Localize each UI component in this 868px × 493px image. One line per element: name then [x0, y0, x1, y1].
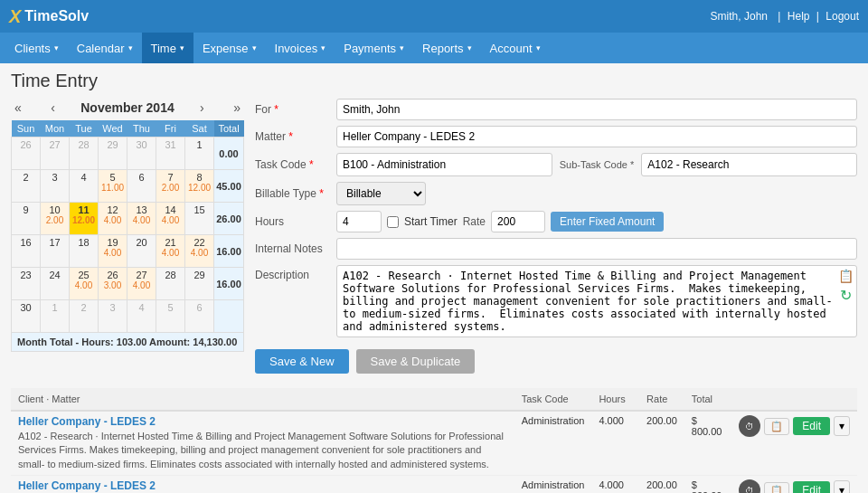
- nav-account[interactable]: Account ▾: [481, 33, 550, 63]
- calendar-day[interactable]: 5: [156, 300, 185, 333]
- save-new-button[interactable]: Save & New: [255, 349, 349, 374]
- edit-button[interactable]: Edit: [793, 481, 830, 493]
- calendar-day[interactable]: 102.00: [41, 203, 70, 235]
- calendar-day[interactable]: 6: [185, 300, 214, 333]
- calendar-header: « ‹ November 2014 › »: [11, 99, 244, 117]
- calendar-day[interactable]: 1112.00: [70, 203, 99, 235]
- calendar-day[interactable]: 2: [70, 300, 99, 333]
- calendar-day[interactable]: 1: [185, 137, 214, 170]
- cal-header-mon: Mon: [41, 120, 70, 137]
- table-row: Heller Company - LEDES 2A102 - Research …: [11, 476, 857, 493]
- user-info: Smith, John | Help | Logout: [707, 10, 859, 23]
- task-code-input[interactable]: [336, 153, 552, 176]
- cal-next-button[interactable]: ›: [196, 99, 208, 117]
- matter-label: Matter *: [255, 130, 336, 143]
- calendar-day[interactable]: 31: [156, 137, 185, 170]
- calendar-day[interactable]: 274.00: [127, 268, 156, 300]
- calendar-day[interactable]: 3: [99, 300, 127, 333]
- nav-clients[interactable]: Clients ▾: [5, 33, 68, 63]
- more-options-button[interactable]: ▾: [834, 480, 850, 493]
- client-matter-link[interactable]: Heller Company - LEDES 2: [18, 415, 507, 428]
- calendar-day[interactable]: 72.00: [156, 170, 185, 203]
- calendar-day[interactable]: 4: [70, 170, 99, 203]
- help-link[interactable]: Help: [788, 10, 810, 23]
- calendar-day[interactable]: 124.00: [99, 203, 127, 235]
- calendar-day[interactable]: 1: [41, 300, 70, 333]
- calendar-day[interactable]: 16: [12, 235, 41, 268]
- internal-notes-input[interactable]: [336, 238, 857, 260]
- calendar-week-total: 0.00: [214, 137, 244, 170]
- rate-input[interactable]: [491, 211, 545, 232]
- calendar-day[interactable]: 214.00: [156, 235, 185, 268]
- edit-button[interactable]: Edit: [793, 417, 830, 435]
- calendar-day[interactable]: 194.00: [99, 235, 127, 268]
- calendar-day[interactable]: 224.00: [185, 235, 214, 268]
- calendar-day[interactable]: 29: [99, 137, 127, 170]
- calendar-day[interactable]: 6: [127, 170, 156, 203]
- save-duplicate-button[interactable]: Save & Duplicate: [356, 349, 476, 374]
- timer-button[interactable]: ⏱: [739, 479, 760, 493]
- form-row-billable-type: Billable Type * Billable Non-Billable: [255, 182, 857, 205]
- cal-header-sun: Sun: [12, 120, 41, 137]
- hours-label: Hours: [255, 215, 336, 228]
- sub-task-code-input[interactable]: [641, 153, 857, 176]
- cal-prev-prev-button[interactable]: «: [11, 99, 25, 117]
- form-row-for: For *: [255, 99, 857, 120]
- hours-input[interactable]: [336, 211, 382, 232]
- calendar-day[interactable]: 30: [127, 137, 156, 170]
- calendar-day[interactable]: 2: [12, 170, 41, 203]
- enter-fixed-amount-button[interactable]: Enter Fixed Amount: [551, 212, 664, 232]
- calendar-day[interactable]: 28: [70, 137, 99, 170]
- internal-notes-label: Internal Notes: [255, 242, 336, 255]
- entry-rate: 200.00: [639, 411, 684, 476]
- calendar-day[interactable]: 15: [185, 203, 214, 235]
- calendar-day[interactable]: 23: [12, 268, 41, 300]
- entries-table-section: Client · Matter Task Code Hours Rate Tot…: [11, 388, 857, 493]
- calendar-day[interactable]: 18: [70, 235, 99, 268]
- calendar-day[interactable]: 20: [127, 235, 156, 268]
- col-client-matter: Client · Matter: [11, 388, 514, 411]
- calendar-day[interactable]: 27: [41, 137, 70, 170]
- logout-link[interactable]: Logout: [826, 10, 859, 23]
- for-input[interactable]: [336, 99, 857, 120]
- matter-input[interactable]: [336, 126, 857, 147]
- nav-reports[interactable]: Reports ▾: [413, 33, 481, 63]
- calendar-day[interactable]: 812.00: [185, 170, 214, 203]
- client-matter-link[interactable]: Heller Company - LEDES 2: [18, 479, 507, 492]
- refresh-icon[interactable]: ↻: [838, 287, 854, 304]
- nav-payments[interactable]: Payments ▾: [335, 33, 413, 63]
- form-row-task-code: Task Code * Sub-Task Code *: [255, 153, 857, 176]
- cal-header-tue: Tue: [70, 120, 99, 137]
- copy-text-icon[interactable]: 📋: [838, 269, 854, 283]
- nav-time[interactable]: Time ▾: [142, 33, 193, 63]
- timer-button[interactable]: ⏱: [739, 415, 760, 437]
- calendar-day[interactable]: 29: [185, 268, 214, 300]
- start-timer-checkbox[interactable]: [387, 216, 399, 228]
- calendar-day[interactable]: 144.00: [156, 203, 185, 235]
- calendar-day[interactable]: 28: [156, 268, 185, 300]
- copy-entry-button[interactable]: 📋: [764, 482, 789, 493]
- billable-type-select[interactable]: Billable Non-Billable: [336, 182, 426, 205]
- calendar-day[interactable]: 3: [41, 170, 70, 203]
- calendar-day[interactable]: 24: [41, 268, 70, 300]
- calendar-day[interactable]: 9: [12, 203, 41, 235]
- cal-next-next-button[interactable]: »: [230, 99, 244, 117]
- nav-calendar[interactable]: Calendar ▾: [68, 33, 142, 63]
- calendar-day[interactable]: 254.00: [70, 268, 99, 300]
- calendar-day[interactable]: 263.00: [99, 268, 127, 300]
- description-textarea[interactable]: A102 - Research · Internet Hosted Time &…: [336, 265, 857, 337]
- calendar-day[interactable]: 26: [12, 137, 41, 170]
- nav-invoices[interactable]: Invoices ▾: [266, 33, 335, 63]
- calendar-day[interactable]: 134.00: [127, 203, 156, 235]
- more-options-button[interactable]: ▾: [834, 416, 850, 436]
- calendar-day[interactable]: 30: [12, 300, 41, 333]
- calendar-day[interactable]: 511.00: [99, 170, 127, 203]
- chevron-down-icon: ▾: [536, 43, 541, 52]
- nav-expense[interactable]: Expense ▾: [193, 33, 266, 63]
- calendar: « ‹ November 2014 › » Sun Mon Tue Wed Th…: [11, 99, 244, 374]
- cal-prev-button[interactable]: ‹: [47, 99, 59, 117]
- calendar-day[interactable]: 17: [41, 235, 70, 268]
- calendar-day[interactable]: 4: [127, 300, 156, 333]
- copy-entry-button[interactable]: 📋: [764, 418, 789, 435]
- chevron-down-icon: ▾: [321, 43, 326, 52]
